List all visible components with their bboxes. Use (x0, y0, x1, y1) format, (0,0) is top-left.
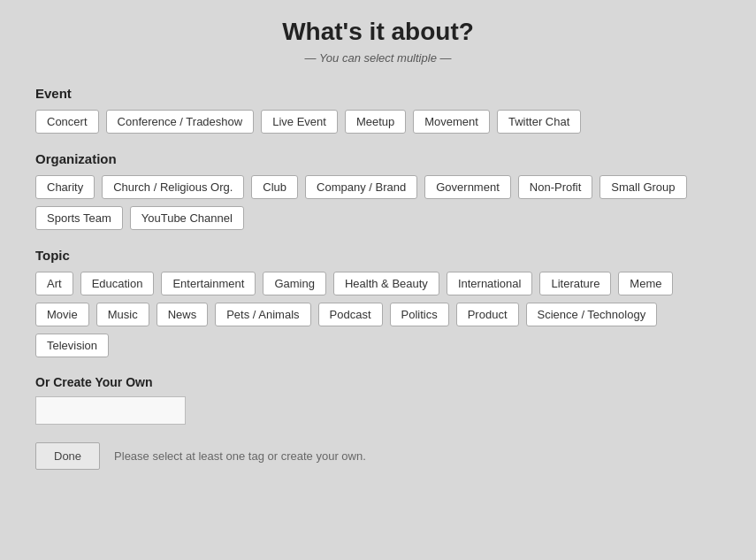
tag-charity[interactable]: Charity (35, 175, 95, 199)
tag-movie[interactable]: Movie (35, 303, 89, 326)
tag-sports-team[interactable]: Sports Team (35, 206, 123, 230)
tag-television[interactable]: Television (35, 334, 109, 357)
tag-literature[interactable]: Literature (539, 272, 611, 295)
section-topic: TopicArtEducationEntertainmentGamingHeal… (35, 248, 721, 357)
tags-topic: ArtEducationEntertainmentGamingHealth & … (35, 272, 721, 357)
tag-club[interactable]: Club (251, 175, 298, 199)
tag-product[interactable]: Product (456, 303, 519, 326)
section-label-organization: Organization (35, 151, 721, 166)
tag-company---brand[interactable]: Company / Brand (305, 175, 417, 199)
section-event: EventConcertConference / TradeshowLive E… (35, 86, 721, 134)
tag-small-group[interactable]: Small Group (599, 175, 686, 199)
tag-church---religious-org-[interactable]: Church / Religious Org. (102, 175, 244, 199)
create-own-label: Or Create Your Own (35, 375, 721, 389)
tag-podcast[interactable]: Podcast (318, 303, 383, 326)
tag-government[interactable]: Government (424, 175, 511, 199)
tag-meetup[interactable]: Meetup (345, 110, 406, 134)
tag-science---technology[interactable]: Science / Technology (526, 303, 658, 326)
tag-music[interactable]: Music (96, 303, 149, 326)
section-label-topic: Topic (35, 248, 721, 263)
tag-youtube-channel[interactable]: YouTube Channel (130, 206, 244, 230)
tag-art[interactable]: Art (35, 272, 73, 295)
tag-live-event[interactable]: Live Event (261, 110, 338, 134)
page-subtitle: — You can select multiple — (35, 51, 721, 65)
tag-concert[interactable]: Concert (35, 110, 99, 134)
tag-news[interactable]: News (157, 303, 209, 326)
tag-entertainment[interactable]: Entertainment (161, 272, 256, 295)
tag-pets---animals[interactable]: Pets / Animals (215, 303, 310, 326)
tag-non-profit[interactable]: Non-Profit (518, 175, 593, 199)
tag-meme[interactable]: Meme (618, 272, 673, 295)
tags-organization: CharityChurch / Religious Org.ClubCompan… (35, 175, 721, 230)
tag-twitter-chat[interactable]: Twitter Chat (497, 110, 581, 134)
page-title: What's it about? (35, 18, 721, 46)
section-label-event: Event (35, 86, 721, 101)
tag-education[interactable]: Education (80, 272, 155, 295)
tag-movement[interactable]: Movement (413, 110, 490, 134)
section-organization: OrganizationCharityChurch / Religious Or… (35, 151, 721, 230)
create-own-input[interactable] (35, 396, 186, 425)
tag-politics[interactable]: Politics (390, 303, 449, 326)
tags-event: ConcertConference / TradeshowLive EventM… (35, 110, 721, 134)
tag-health---beauty[interactable]: Health & Beauty (333, 272, 439, 295)
tag-gaming[interactable]: Gaming (263, 272, 326, 295)
tag-international[interactable]: International (447, 272, 533, 295)
tag-conference---tradeshow[interactable]: Conference / Tradeshow (106, 110, 255, 134)
done-button[interactable]: Done (35, 442, 100, 470)
footer-message: Please select at least one tag or create… (114, 449, 366, 463)
